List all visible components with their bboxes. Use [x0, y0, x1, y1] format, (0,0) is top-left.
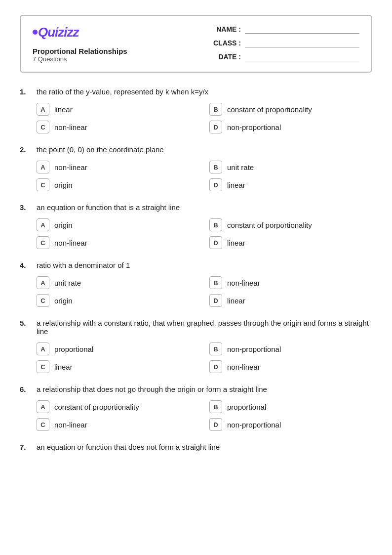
option-letter-5-b: B — [209, 342, 222, 355]
question-5-options: AproportionalBnon-proportionalClinearDno… — [37, 342, 372, 373]
question-1-number: 1. — [20, 87, 32, 96]
option-text-1-a: linear — [54, 105, 73, 114]
option-letter-6-c: C — [37, 418, 49, 431]
date-field-row: DATE : — [211, 52, 359, 61]
question-1: 1.the ratio of the y-value, represented … — [20, 87, 372, 133]
option-text-6-a: constant of proportionality — [54, 403, 139, 411]
question-1-option-d: Dnon-proportional — [209, 121, 372, 133]
question-5-number: 5. — [20, 319, 32, 336]
option-text-3-a: origin — [54, 221, 73, 229]
question-3-options: AoriginBconstant of porportionalityCnon-… — [37, 218, 372, 249]
option-letter-2-a: A — [37, 161, 49, 173]
option-text-4-b: non-linear — [227, 279, 260, 287]
option-text-1-b: constant of proportionality — [227, 105, 312, 114]
question-3-number: 3. — [20, 203, 32, 212]
option-text-5-a: proportional — [54, 345, 93, 353]
option-letter-5-a: A — [37, 342, 49, 355]
option-text-2-b: unit rate — [227, 163, 254, 171]
question-3-text: 3.an equation or function that is a stra… — [20, 203, 372, 212]
option-text-5-c: linear — [54, 363, 73, 371]
option-letter-3-c: C — [37, 236, 49, 249]
name-label: NAME : — [211, 25, 241, 33]
question-2-options: Anon-linearBunit rateCoriginDlinear — [37, 161, 372, 191]
question-1-text: 1.the ratio of the y-value, represented … — [20, 87, 372, 96]
option-letter-4-c: C — [37, 294, 49, 307]
option-text-4-a: unit rate — [54, 279, 81, 287]
option-text-3-d: linear — [227, 239, 245, 247]
question-5-content: a relationship with a constant ratio, th… — [37, 319, 372, 336]
question-6-options: Aconstant of proportionalityBproportiona… — [37, 400, 372, 431]
question-2-content: the point (0, 0) on the coordinate plane — [37, 145, 164, 154]
question-2-text: 2.the point (0, 0) on the coordinate pla… — [20, 145, 372, 154]
question-6-number: 6. — [20, 385, 32, 393]
question-5-text: 5.a relationship with a constant ratio, … — [20, 319, 372, 336]
option-letter-1-b: B — [209, 103, 222, 116]
option-letter-3-a: A — [37, 218, 49, 231]
question-3-content: an equation or function that is a straig… — [37, 203, 180, 212]
option-letter-1-a: A — [37, 103, 49, 116]
option-letter-3-b: B — [209, 218, 222, 231]
option-letter-4-d: D — [209, 294, 222, 307]
option-text-6-b: proportional — [227, 403, 266, 411]
question-5-option-d: Dnon-linear — [209, 360, 372, 373]
name-field-row: NAME : — [211, 25, 359, 34]
date-label: DATE : — [211, 53, 241, 61]
question-7-number: 7. — [20, 443, 32, 451]
question-1-content: the ratio of the y-value, represented by… — [37, 87, 208, 96]
question-3: 3.an equation or function that is a stra… — [20, 203, 372, 249]
option-letter-4-a: A — [37, 276, 49, 289]
logo-dot — [33, 30, 38, 35]
option-letter-6-b: B — [209, 400, 222, 413]
question-6-option-b: Bproportional — [209, 400, 372, 413]
question-4-option-d: Dlinear — [209, 294, 372, 307]
option-letter-5-d: D — [209, 360, 222, 373]
question-1-option-a: Alinear — [37, 103, 199, 116]
question-6-content: a relationship that does not go through … — [37, 385, 267, 393]
question-2: 2.the point (0, 0) on the coordinate pla… — [20, 145, 372, 191]
question-4: 4.ratio with a denominator of 1Aunit rat… — [20, 261, 372, 307]
option-text-3-c: non-linear — [54, 239, 87, 247]
question-4-option-a: Aunit rate — [37, 276, 199, 289]
option-letter-2-d: D — [209, 178, 222, 191]
option-letter-1-c: C — [37, 121, 49, 133]
question-5-option-c: Clinear — [37, 360, 199, 373]
option-text-2-a: non-linear — [54, 163, 87, 171]
class-line — [245, 39, 359, 47]
question-6-option-d: Dnon-proportional — [209, 418, 372, 431]
question-3-option-d: Dlinear — [209, 236, 372, 249]
question-7-content: an equation or function that does not fo… — [37, 443, 220, 451]
option-text-4-d: linear — [227, 297, 245, 305]
header-fields: NAME : CLASS : DATE : — [211, 25, 359, 61]
question-4-option-c: Corigin — [37, 294, 199, 307]
option-text-5-b: non-proportional — [227, 345, 281, 353]
header-box: Quizizz Proportional Relationships 7 Que… — [20, 15, 372, 73]
option-text-5-d: non-linear — [227, 363, 260, 371]
option-text-4-c: origin — [54, 297, 73, 305]
question-4-number: 4. — [20, 261, 32, 269]
date-line — [245, 52, 359, 61]
option-letter-1-d: D — [209, 121, 222, 133]
question-6-option-a: Aconstant of proportionality — [37, 400, 199, 413]
question-6-text: 6.a relationship that does not go throug… — [20, 385, 372, 393]
option-letter-6-a: A — [37, 400, 49, 413]
question-2-option-a: Anon-linear — [37, 161, 199, 173]
question-1-options: AlinearBconstant of proportionalityCnon-… — [37, 103, 372, 133]
question-3-option-a: Aorigin — [37, 218, 199, 231]
option-text-2-c: origin — [54, 181, 73, 189]
question-4-text: 4.ratio with a denominator of 1 — [20, 261, 372, 269]
option-letter-4-b: B — [209, 276, 222, 289]
option-text-6-d: non-proportional — [227, 421, 281, 429]
question-2-number: 2. — [20, 145, 32, 154]
question-2-option-d: Dlinear — [209, 178, 372, 191]
option-text-6-c: non-linear — [54, 421, 87, 429]
question-5: 5.a relationship with a constant ratio, … — [20, 319, 372, 373]
option-letter-2-b: B — [209, 161, 222, 173]
question-1-option-c: Cnon-linear — [37, 121, 199, 133]
question-2-option-b: Bunit rate — [209, 161, 372, 173]
option-text-1-d: non-proportional — [227, 123, 281, 131]
class-label: CLASS : — [211, 39, 241, 47]
question-1-option-b: Bconstant of proportionality — [209, 103, 372, 116]
option-text-1-c: non-linear — [54, 123, 87, 131]
question-5-option-b: Bnon-proportional — [209, 342, 372, 355]
question-3-option-c: Cnon-linear — [37, 236, 199, 249]
